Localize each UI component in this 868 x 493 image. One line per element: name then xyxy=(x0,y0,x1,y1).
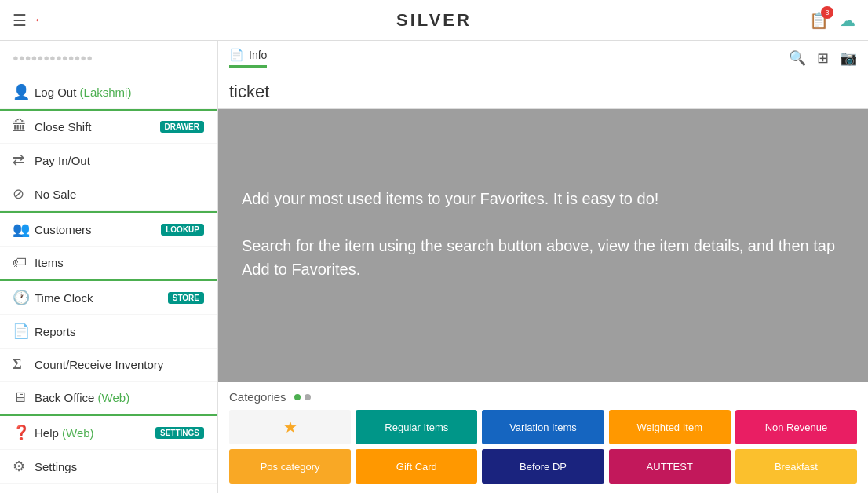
topbar: ☰ ← SILVER 📋 3 ☁ xyxy=(0,0,868,41)
sidebar-item-time-clock[interactable]: 🕐 Time Clock STORE xyxy=(0,279,217,315)
categories-row-2: Pos category Gift Card Before DP AUTTEST… xyxy=(229,449,857,484)
user-icon: 👤 xyxy=(13,83,35,100)
sidebar-item-pay-in-out[interactable]: ⇄ Pay In/Out xyxy=(0,144,217,177)
drawer-tag: DRAWER xyxy=(160,121,204,133)
topbar-left: ☰ ← xyxy=(13,11,47,30)
sidebar-item-my-hardware[interactable]: ⚙ My Hardware xyxy=(0,484,217,493)
lookup-tag: LOOKUP xyxy=(161,224,204,236)
category-pos-category[interactable]: Pos category xyxy=(229,449,351,484)
items-icon: 🏷 xyxy=(13,254,35,271)
ticket-title-text: ticket xyxy=(229,82,269,101)
content-area: 📄 Info 🔍 ⊞ 📷 ticket Add your most used i… xyxy=(218,41,868,493)
notification-count: 3 xyxy=(821,6,833,19)
category-favorites[interactable]: ★ xyxy=(229,410,351,444)
category-variation-items[interactable]: Variation Items xyxy=(482,410,604,444)
sidebar-label-back-office: Back Office (Web) xyxy=(35,391,204,404)
category-weighted-item[interactable]: Weighted Item xyxy=(609,410,731,444)
settings-tag: SETTINGS xyxy=(155,427,204,439)
help-icon: ❓ xyxy=(13,424,35,441)
sidebar-item-no-sale[interactable]: ⊘ No Sale xyxy=(0,177,217,211)
grid-icon[interactable]: ⊞ xyxy=(817,49,829,67)
favorites-area: Add your most used items to your Favorit… xyxy=(218,109,868,382)
sidebar-label-help: Help (Web) xyxy=(35,426,155,440)
search-icon[interactable]: 🔍 xyxy=(789,49,806,67)
content-header: 📄 Info 🔍 ⊞ 📷 xyxy=(218,41,868,75)
sidebar-item-customers[interactable]: 👥 Customers LOOKUP xyxy=(0,211,217,246)
favorites-text-1: Add your most used items to your Favorit… xyxy=(242,187,844,210)
sidebar-label-reports: Reports xyxy=(35,325,204,338)
bank-icon: 🏛 xyxy=(13,119,35,135)
camera-icon[interactable]: 📷 xyxy=(840,49,857,67)
sidebar-item-help[interactable]: ❓ Help (Web) SETTINGS xyxy=(0,414,217,450)
topbar-right: 📋 3 ☁ xyxy=(809,11,855,30)
category-non-revenue[interactable]: Non Revenue xyxy=(735,410,857,444)
customers-icon: 👥 xyxy=(13,221,35,238)
sidebar-item-inventory[interactable]: Σ Count/Receive Inventory xyxy=(0,349,217,382)
sidebar-item-close-shift[interactable]: 🏛 Close Shift DRAWER xyxy=(0,109,217,144)
sidebar-item-back-office[interactable]: 🖥 Back Office (Web) xyxy=(0,382,217,414)
sigma-icon: Σ xyxy=(13,356,35,373)
sidebar-label-close-shift: Close Shift xyxy=(35,120,160,133)
sidebar-label-pay-in-out: Pay In/Out xyxy=(35,154,204,167)
dot-inactive xyxy=(305,394,311,400)
cloud-icon[interactable]: ☁ xyxy=(840,11,855,30)
categories-row-1: ★ Regular Items Variation Items Weighted… xyxy=(229,410,857,444)
sidebar-label-inventory: Count/Receive Inventory xyxy=(35,358,204,371)
dot-indicators xyxy=(294,394,311,400)
store-tag: STORE xyxy=(168,292,204,304)
hamburger-icon[interactable]: ☰ xyxy=(13,11,27,30)
reports-icon: 📄 xyxy=(13,323,35,340)
no-sale-icon: ⊘ xyxy=(13,185,35,203)
main-layout: ●●●●●●●●●●●●● 👤 Log Out (Lakshmi) 🏛 Clos… xyxy=(0,41,868,493)
category-regular-items[interactable]: Regular Items xyxy=(356,410,477,444)
category-auttest[interactable]: AUTTEST xyxy=(609,449,731,484)
sidebar-item-logout[interactable]: 👤 Log Out (Lakshmi) xyxy=(0,75,217,109)
settings-icon: ⚙ xyxy=(13,458,35,475)
content-header-left: 📄 Info xyxy=(229,48,267,68)
favorites-text-2: Search for the item using the search but… xyxy=(242,234,844,281)
sidebar-label-customers: Customers xyxy=(35,223,161,236)
app-logo: SILVER xyxy=(396,10,472,31)
category-gift-card[interactable]: Gift Card xyxy=(356,449,477,484)
file-icon: 📄 xyxy=(229,48,244,62)
sidebar-item-reports[interactable]: 📄 Reports xyxy=(0,315,217,349)
user-name-blurred: ●●●●●●●●●●●●● xyxy=(13,52,93,64)
tab-info[interactable]: 📄 Info xyxy=(229,48,267,68)
notification-badge[interactable]: 📋 3 xyxy=(809,11,829,30)
category-before-dp[interactable]: Before DP xyxy=(482,449,604,484)
sidebar-item-settings[interactable]: ⚙ Settings xyxy=(0,450,217,484)
back-arrow-icon: ← xyxy=(33,12,47,28)
transfer-icon: ⇄ xyxy=(13,152,35,169)
sidebar-label-no-sale: No Sale xyxy=(35,188,204,201)
categories-section: Categories ★ Regular Items Variation Ite… xyxy=(218,382,868,493)
sidebar-item-items[interactable]: 🏷 Items xyxy=(0,246,217,279)
sidebar-label-logout: Log Out (Lakshmi) xyxy=(35,86,204,99)
sidebar: ●●●●●●●●●●●●● 👤 Log Out (Lakshmi) 🏛 Clos… xyxy=(0,41,218,493)
dot-active xyxy=(294,394,301,400)
content-header-right: 🔍 ⊞ 📷 xyxy=(789,49,857,67)
categories-label: Categories xyxy=(229,390,286,404)
sidebar-label-items: Items xyxy=(35,256,204,269)
category-breakfast[interactable]: Breakfast xyxy=(735,449,857,484)
sidebar-label-settings: Settings xyxy=(35,460,204,473)
sidebar-user: ●●●●●●●●●●●●● xyxy=(0,41,217,75)
categories-header: Categories xyxy=(229,390,857,404)
ticket-title: ticket xyxy=(218,75,868,109)
sidebar-label-time-clock: Time Clock xyxy=(35,291,168,305)
monitor-icon: 🖥 xyxy=(13,389,35,406)
clock-icon: 🕐 xyxy=(13,289,35,306)
tab-info-label: Info xyxy=(249,49,267,61)
